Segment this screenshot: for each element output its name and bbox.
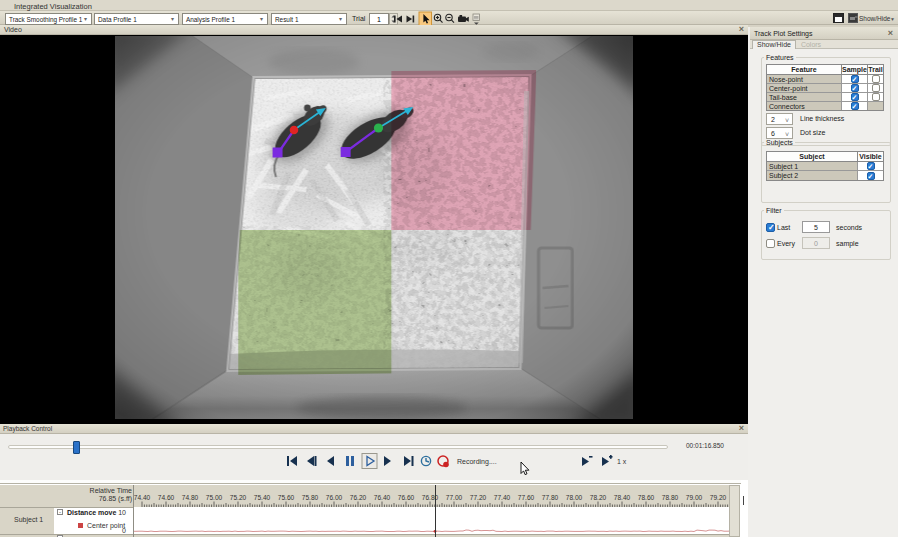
svg-text:75.40: 75.40 xyxy=(254,494,271,501)
svg-text:78.60: 78.60 xyxy=(638,494,655,501)
svg-text:76.40: 76.40 xyxy=(374,494,391,501)
svg-text:76.60: 76.60 xyxy=(398,494,415,501)
svg-text:78.20: 78.20 xyxy=(590,494,607,501)
svg-text:75.20: 75.20 xyxy=(230,494,247,501)
svg-text:74.60: 74.60 xyxy=(158,494,175,501)
svg-text:78.00: 78.00 xyxy=(566,494,583,501)
svg-text:77.20: 77.20 xyxy=(470,494,487,501)
svg-text:78.40: 78.40 xyxy=(614,494,631,501)
svg-text:76.00: 76.00 xyxy=(326,494,343,501)
svg-text:75.80: 75.80 xyxy=(302,494,319,501)
svg-text:76.80: 76.80 xyxy=(422,494,439,501)
svg-text:77.00: 77.00 xyxy=(446,494,463,501)
svg-text:74.40: 74.40 xyxy=(134,494,151,501)
svg-text:1 x: 1 x xyxy=(617,458,627,465)
svg-text:76.20: 76.20 xyxy=(350,494,367,501)
svg-text:Recording....: Recording.... xyxy=(457,458,497,466)
svg-text:79.20: 79.20 xyxy=(710,494,727,501)
svg-text:77.60: 77.60 xyxy=(518,494,535,501)
svg-text:77.40: 77.40 xyxy=(494,494,511,501)
svg-text:78.80: 78.80 xyxy=(662,494,679,501)
svg-text:79.00: 79.00 xyxy=(686,494,703,501)
svg-text:75.60: 75.60 xyxy=(278,494,295,501)
svg-text:74.80: 74.80 xyxy=(182,494,199,501)
svg-text:75.00: 75.00 xyxy=(206,494,223,501)
svg-text:77.80: 77.80 xyxy=(542,494,559,501)
